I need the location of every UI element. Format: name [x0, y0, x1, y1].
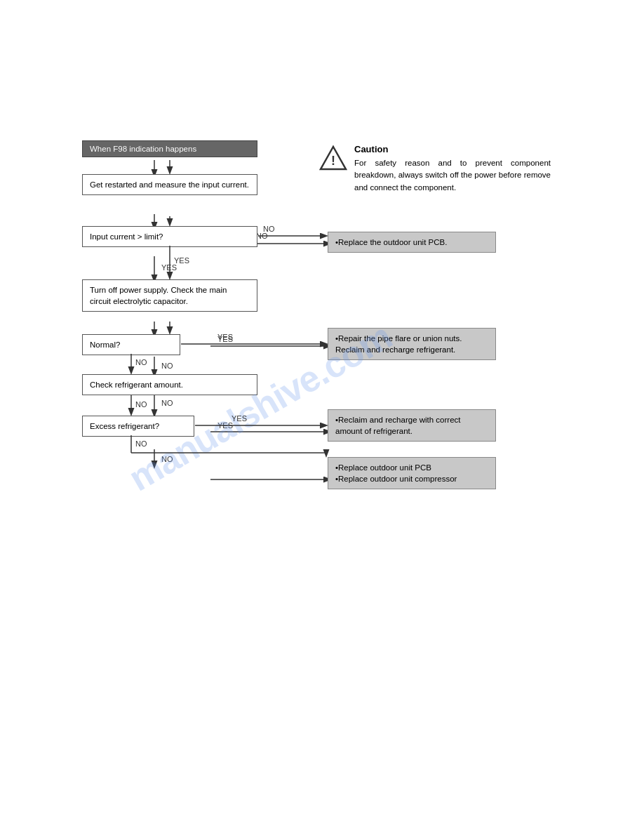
decision1-box: Input current > limit?: [82, 226, 257, 247]
caution-text: Caution For safety reason and to prevent…: [354, 144, 551, 194]
svg-text:NO: NO: [135, 439, 147, 448]
svg-text:YES: YES: [217, 333, 233, 341]
step2-box: Turn off power supply. Check the main ci…: [82, 279, 257, 312]
svg-text:YES: YES: [232, 414, 247, 423]
svg-text:!: !: [331, 154, 335, 168]
result4-box: •Replace outdoor unit PCB •Replace outdo…: [328, 457, 496, 489]
result1-box: •Replace the outdoor unit PCB.: [328, 232, 496, 253]
svg-text:YES: YES: [174, 256, 189, 265]
svg-text:NO: NO: [135, 358, 147, 366]
decision3-box: Excess refrigerant?: [82, 416, 194, 437]
decision2-box: Normal?: [82, 334, 180, 355]
caution-section: ! Caution For safety reason and to preve…: [319, 144, 551, 194]
svg-text:NO: NO: [263, 225, 275, 233]
start-box: When F98 indication happens: [82, 140, 257, 157]
result2-box: •Repair the pipe flare or union nuts. Re…: [328, 328, 496, 360]
svg-text:NO: NO: [135, 400, 147, 409]
step3-box: Check refrigerant amount.: [82, 374, 257, 395]
caution-title: Caution: [354, 144, 551, 154]
caution-body: For safety reason and to prevent compone…: [354, 157, 551, 194]
caution-icon: !: [319, 144, 347, 172]
step1-box: Get restarted and measure the input curr…: [82, 174, 257, 195]
result3-box: •Reclaim and recharge with correct amoun…: [328, 409, 496, 442]
